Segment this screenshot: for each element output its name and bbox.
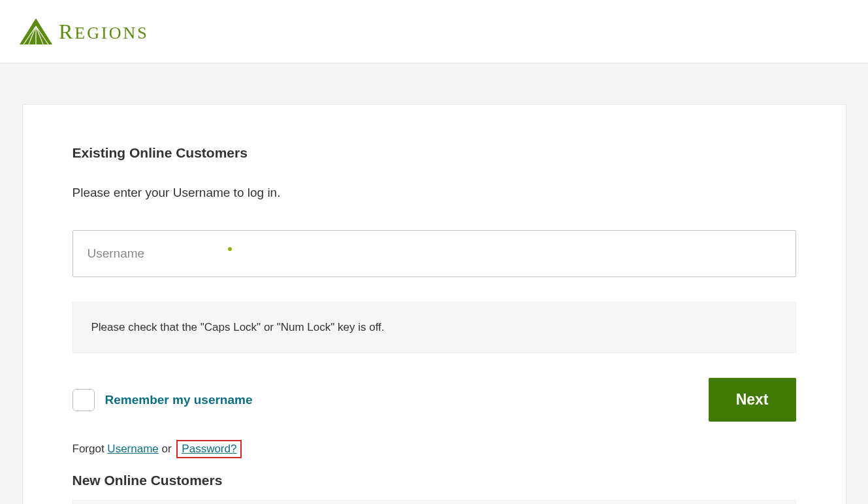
next-button[interactable]: Next bbox=[709, 378, 796, 422]
forgot-username-link[interactable]: Username bbox=[107, 443, 158, 455]
required-indicator-icon bbox=[228, 247, 232, 251]
page-header: REGIONS bbox=[0, 0, 868, 63]
regions-triangle-icon bbox=[20, 18, 52, 44]
new-customers-title: New Online Customers bbox=[72, 473, 796, 488]
forgot-separator: or bbox=[159, 443, 175, 455]
brand-name: REGIONS bbox=[59, 20, 149, 44]
remember-label[interactable]: Remember my username bbox=[105, 393, 253, 407]
forgot-password-link[interactable]: Password? bbox=[182, 443, 236, 455]
forgot-password-highlight: Password? bbox=[176, 440, 242, 458]
new-customers-box bbox=[72, 500, 796, 504]
remember-group: Remember my username bbox=[72, 389, 253, 411]
brand-logo[interactable]: REGIONS bbox=[20, 18, 848, 44]
login-card: Existing Online Customers Please enter y… bbox=[22, 104, 846, 504]
login-instruction: Please enter your Username to log in. bbox=[72, 186, 796, 200]
forgot-row: Forgot Username or Password? bbox=[72, 440, 796, 458]
remember-checkbox[interactable] bbox=[72, 389, 95, 411]
username-input[interactable] bbox=[72, 230, 796, 277]
forgot-prefix: Forgot bbox=[72, 443, 108, 455]
username-field-wrapper bbox=[72, 230, 796, 277]
page-body: Existing Online Customers Please enter y… bbox=[0, 63, 868, 504]
caps-lock-notice: Please check that the "Caps Lock" or "Nu… bbox=[72, 302, 796, 353]
remember-next-row: Remember my username Next bbox=[72, 378, 796, 422]
existing-customers-title: Existing Online Customers bbox=[72, 145, 796, 161]
